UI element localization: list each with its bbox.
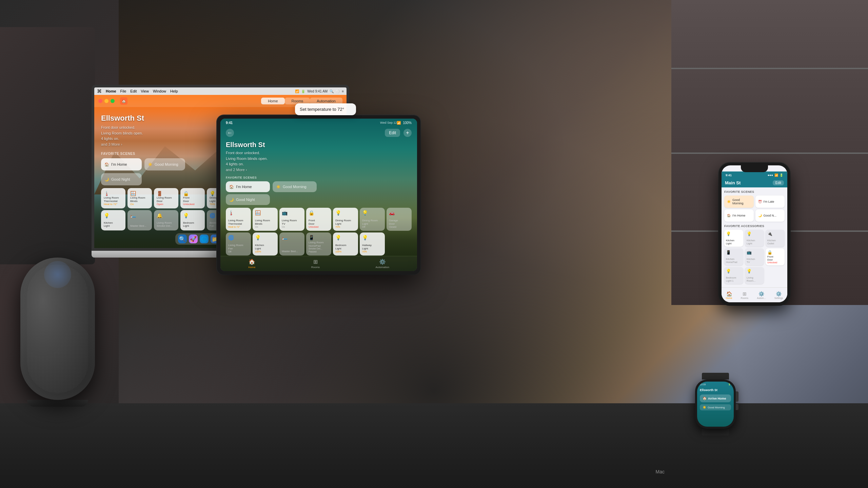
- acc-front-door[interactable]: 🔒 FrontDoor Unlocked: [180, 188, 205, 208]
- scene-good-night[interactable]: 🌙 Good Night: [101, 173, 142, 185]
- siri-notification: Set temperature to 72°: [295, 103, 356, 115]
- control-center-icon[interactable]: ≡: [342, 89, 344, 93]
- good-morning-icon: ☀️: [148, 162, 153, 167]
- acc-kitchen-light[interactable]: 💡 KitchenLight: [101, 210, 125, 230]
- menu-edit[interactable]: Edit: [130, 89, 137, 93]
- search-icon[interactable]: 🔍: [330, 89, 334, 93]
- ipad-scene-good-night[interactable]: 🌙 Good Night: [226, 194, 270, 205]
- ipad-edit-button[interactable]: Edit: [385, 129, 400, 137]
- ipad-add-button[interactable]: +: [403, 129, 412, 137]
- iphone-edit-button[interactable]: Edit: [773, 180, 784, 185]
- watch-battery-icon: 🔋: [728, 383, 731, 386]
- ipad-fan-icon: 🌀: [228, 235, 249, 241]
- scene-good-morning[interactable]: ☀️ Good Morning: [144, 158, 185, 170]
- iphone-acc-kitchen-light-2[interactable]: 💡 KitchenLight: [745, 230, 764, 247]
- iphone-acc-kitchen-homepad[interactable]: 📱 KitchenHomePad: [724, 248, 743, 265]
- ipad-acc-bedroom-light[interactable]: 💡 BedroomLight 100%: [333, 232, 358, 256]
- iphone-tab-automation[interactable]: ⚙️ Autom...: [757, 291, 766, 299]
- iphone-statusbar: 9:41 ●●● 📶 🔋: [722, 171, 787, 179]
- acc-living-room-blinds[interactable]: 🪟 Living RoomBlinds On: [127, 188, 152, 208]
- ipad: 9:41 Wed Sep 12 📶 100% ← Edit + Ellswort…: [217, 115, 424, 278]
- iphone-scenes-label: Favorite Scenes: [724, 190, 785, 194]
- iphone-kitchen-tv-icon: 📺: [747, 250, 762, 255]
- menu-file[interactable]: File: [120, 89, 126, 93]
- iphone-scene-im-home[interactable]: 🏠 I'm Home: [724, 209, 754, 222]
- iphone-scene-good-night[interactable]: 🌙 Good N...: [755, 209, 785, 222]
- dock-siri[interactable]: 🚀: [189, 235, 198, 243]
- iphone-scene-im-late[interactable]: ⏰ I'm Late: [755, 196, 785, 208]
- iphone-kitchen-light2-name: KitchenLight: [747, 239, 762, 245]
- apple-watch: 10:09 🔋 Ellsworth St 🏠 Arrive Home ☀️ Go…: [692, 373, 739, 430]
- ipad-acc-garage[interactable]: 🚗 GarageDoor Closed: [387, 208, 412, 231]
- menu-home[interactable]: Home: [106, 89, 116, 93]
- close-button[interactable]: [98, 99, 102, 103]
- ipad-scene-good-morning[interactable]: ☀️ Good Morning: [273, 181, 317, 192]
- ipad-acc-kitchen-light[interactable]: 💡 KitchenLight 100%: [253, 232, 278, 256]
- iphone-acc-kitchen-outlet[interactable]: 🔌 KitchenOutlet: [766, 230, 785, 247]
- ipad-tab-automation[interactable]: ⚙️ Automation: [375, 259, 389, 269]
- iphone-scene-good-morning[interactable]: ☀️ Good Morning: [724, 196, 754, 208]
- iphone-acc-front-door[interactable]: 🔒 FrontDoor Unlocked: [766, 248, 785, 265]
- ipad-kitchen-light-status: 100%: [255, 250, 275, 253]
- watch-side-button: [736, 404, 738, 410]
- maximize-button[interactable]: [111, 99, 115, 103]
- kitchen-light-name: KitchenLight: [104, 221, 123, 228]
- ipad-acc-blinds[interactable]: 🪟 Living RoomBlinds On: [253, 208, 278, 231]
- iphone-wifi-icon: 📶: [774, 174, 778, 177]
- ipad-acc-thermostat[interactable]: 🌡️ Living RoomThermostat Heat to 72°: [226, 208, 251, 231]
- iphone-acc-kitchen-light-1[interactable]: 💡 KitchenLight: [724, 230, 743, 247]
- iphone-tab-settings[interactable]: ⚙️ Settings: [774, 291, 783, 299]
- tab-home[interactable]: Home: [261, 98, 284, 104]
- ipad-scene-im-home[interactable]: 🏠 I'm Home: [226, 181, 270, 192]
- ipad-tab-home[interactable]: 🏠 Home: [248, 259, 255, 269]
- menu-help[interactable]: Help: [170, 89, 178, 93]
- ipad-acc-front-door[interactable]: 🔒 FrontDoor Unlocked: [306, 208, 331, 231]
- apple-menu-icon[interactable]: ⌘: [97, 88, 102, 94]
- iphone-notch: [741, 165, 768, 172]
- dock-safari[interactable]: 🌐: [200, 235, 209, 243]
- iphone-tab-rooms[interactable]: ⊞ Rooms: [741, 291, 748, 299]
- acc-living-room-thermostat[interactable]: 🌡️ Living RoomThermostat Heat to 72°: [101, 188, 125, 208]
- mac-menubar-right: 📶 🔋 Wed 9:41 AM 🔍 ⚪ ≡: [295, 89, 344, 93]
- ipad-acc-fan[interactable]: 🌀 Living RoomFan Off: [226, 232, 251, 256]
- iphone-acc-kitchen-tv[interactable]: 📺 KitchenTV: [745, 248, 764, 265]
- iphone-living-room-icon: 💡: [747, 269, 762, 273]
- ipad-status-more[interactable]: and 2 More ›: [226, 167, 412, 173]
- ipad-acc-dining-light[interactable]: 💡 Dining RoomLight 70%: [333, 208, 358, 231]
- good-night-label: Good Night: [111, 177, 130, 181]
- iphone-settings-tab-icon: ⚙️: [776, 291, 782, 297]
- dock-finder[interactable]: 🔍: [178, 235, 187, 243]
- ipad-acc-dining-light-2[interactable]: 💡 Dining RoomLight Off: [360, 208, 385, 231]
- ipad-acc-homepad[interactable]: 📱 Living RoomHomePad Smoke Det...Passed: [306, 232, 331, 256]
- ipad-status-3: 4 lights on.: [226, 161, 412, 167]
- iphone-tab-home[interactable]: 🏠 Home: [726, 291, 732, 299]
- acc-bedroom-light[interactable]: 💡 BedroomLight: [180, 210, 205, 230]
- iphone-battery-icon: 🔋: [780, 174, 783, 177]
- ipad-tab-rooms[interactable]: ⊞ Rooms: [311, 259, 320, 269]
- ipad-dining-light-name: Dining RoomLight: [335, 219, 356, 225]
- iphone-acc-living-room[interactable]: 💡 LivingRoom...: [745, 267, 764, 284]
- siri-icon[interactable]: ⚪: [336, 89, 340, 93]
- acc-master-bed[interactable]: 🛏️ Master Bed...: [127, 210, 152, 230]
- homepod-top-glow: [44, 261, 71, 288]
- scene-im-home[interactable]: 🏠 I'm Home: [101, 158, 142, 170]
- watch-good-morning-item[interactable]: ☀️ Good Morning: [700, 404, 731, 410]
- ipad-acc-master-bed[interactable]: 🛏️ Master Bed...: [279, 232, 304, 256]
- bedroom-fan-icon: 🌀: [210, 213, 215, 218]
- minimize-button[interactable]: [104, 99, 108, 103]
- ipad-back-icon[interactable]: ←: [226, 129, 234, 137]
- iphone-homepad-icon: 📱: [726, 250, 742, 255]
- ipad-acc-hallway-light[interactable]: 💡 HallwayLight 70%: [360, 232, 385, 256]
- ipad-status-text: Front door unlocked. Living Room blinds …: [226, 150, 412, 172]
- acc-smoke-det[interactable]: 🔔 Living RoomSmoke Det...: [154, 210, 178, 230]
- watch-arrive-home-button[interactable]: 🏠 Arrive Home: [700, 394, 731, 402]
- menu-view[interactable]: View: [141, 89, 149, 93]
- menu-window[interactable]: Window: [153, 89, 166, 93]
- good-night-icon: 🌙: [104, 177, 109, 182]
- ipad-status-right: 📶 100%: [397, 121, 412, 125]
- ipad-acc-tv[interactable]: 📺 Living RoomTV On: [279, 208, 304, 231]
- ipad-statusbar: 9:41 Wed Sep 12 📶 100%: [220, 119, 417, 127]
- acc-living-room-door[interactable]: 🚪 Living RoomDoor Open: [154, 188, 178, 208]
- iphone-acc-bedroom-light-1[interactable]: 💡 BedroomLight 1: [724, 267, 743, 284]
- ipad-garage-name: GarageDoor: [389, 219, 409, 225]
